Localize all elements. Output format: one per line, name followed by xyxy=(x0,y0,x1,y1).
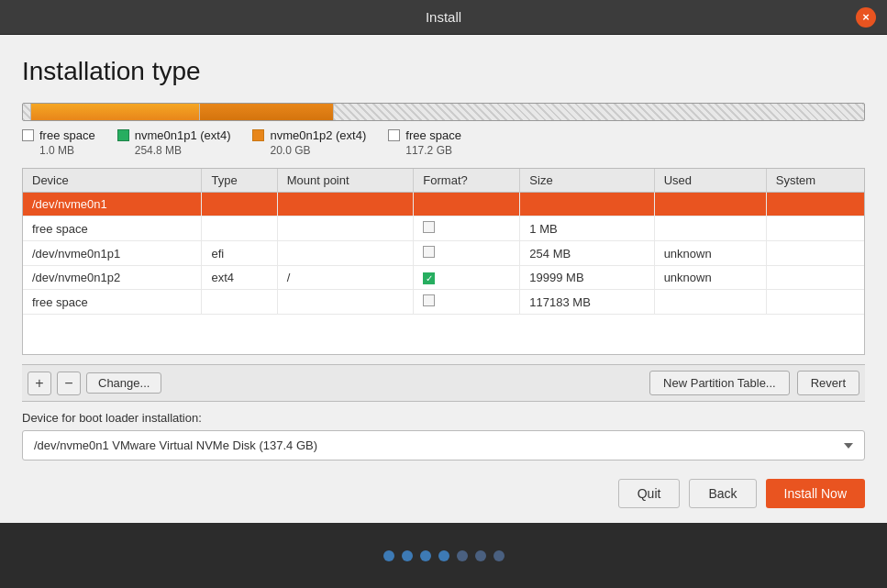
titlebar: Install × xyxy=(0,0,887,35)
cell-type: efi xyxy=(202,241,277,266)
col-size: Size xyxy=(520,169,654,193)
bar-nvme0n1p1 xyxy=(31,104,199,120)
cell-device: /dev/nvme0n1 xyxy=(23,193,202,216)
progress-dot-5 xyxy=(457,550,468,561)
cell-format xyxy=(414,193,520,216)
cell-used xyxy=(654,216,766,241)
cell-format xyxy=(414,241,520,266)
col-used: Used xyxy=(654,169,766,193)
table-row[interactable]: /dev/nvme0n1p1efi254 MBunknown xyxy=(23,241,864,266)
partition-table: Device Type Mount point Format? Size Use… xyxy=(23,169,864,315)
change-partition-button[interactable]: Change... xyxy=(86,372,161,394)
partition-bar xyxy=(22,103,865,121)
cell-used xyxy=(654,193,766,216)
cell-used xyxy=(654,290,766,315)
page-title: Installation type xyxy=(22,57,865,86)
legend-size-free1: 1.0 MB xyxy=(39,144,74,157)
progress-dot-1 xyxy=(383,550,394,561)
partition-bar-container xyxy=(22,103,865,121)
cell-type xyxy=(202,193,277,216)
legend-size-nvme0n1p2: 20.0 GB xyxy=(270,144,310,157)
cell-mount xyxy=(277,241,414,266)
legend-checkbox-free2 xyxy=(388,129,400,141)
cell-size: 117183 MB xyxy=(520,290,654,315)
legend-label-nvme0n1p1: nvme0n1p1 (ext4) xyxy=(135,128,231,142)
cell-type xyxy=(202,290,277,315)
cell-type: ext4 xyxy=(202,266,277,290)
cell-mount xyxy=(277,193,414,216)
col-format: Format? xyxy=(414,169,520,193)
legend-item-nvme0n1p1: nvme0n1p1 (ext4) 254.8 MB xyxy=(117,128,231,157)
cell-size: 254 MB xyxy=(520,241,654,266)
progress-dot-2 xyxy=(402,550,413,561)
progress-dots-bar xyxy=(0,523,887,588)
bootloader-label: Device for boot loader installation: xyxy=(22,411,865,425)
col-type: Type xyxy=(202,169,277,193)
main-content: Installation type free space 1.0 MB xyxy=(0,35,887,523)
cell-system xyxy=(766,193,864,216)
legend-item-free2: free space 117.2 GB xyxy=(388,128,461,157)
legend-color-nvme0n1p2 xyxy=(252,129,264,141)
table-row[interactable]: /dev/nvme0n1p2ext4/✓19999 MBunknown xyxy=(23,266,864,290)
legend-size-nvme0n1p1: 254.8 MB xyxy=(135,144,182,157)
quit-button[interactable]: Quit xyxy=(618,479,681,508)
cell-size: 1 MB xyxy=(520,216,654,241)
install-now-button[interactable]: Install Now xyxy=(766,479,865,508)
cell-mount: / xyxy=(277,266,414,290)
format-checkbox-checked[interactable]: ✓ xyxy=(423,272,435,284)
cell-used: unknown xyxy=(654,266,766,290)
cell-mount xyxy=(277,290,414,315)
cell-format: ✓ xyxy=(414,266,520,290)
legend-label-nvme0n1p2: nvme0n1p2 (ext4) xyxy=(270,128,366,142)
progress-dot-6 xyxy=(475,550,486,561)
add-partition-button[interactable]: + xyxy=(28,372,51,395)
partition-legend: free space 1.0 MB nvme0n1p1 (ext4) 254.8… xyxy=(22,128,865,157)
cell-system xyxy=(766,290,864,315)
cell-device: /dev/nvme0n1p1 xyxy=(23,241,202,266)
legend-color-nvme0n1p1 xyxy=(117,129,129,141)
remove-partition-button[interactable]: − xyxy=(57,372,81,395)
revert-button[interactable]: Revert xyxy=(797,371,859,395)
table-row[interactable]: free space117183 MB xyxy=(23,290,864,315)
bootloader-section: Device for boot loader installation: /de… xyxy=(22,411,865,460)
bar-free-space-2 xyxy=(334,104,864,120)
cell-mount xyxy=(277,216,414,241)
format-checkbox-unchecked[interactable] xyxy=(423,246,435,258)
cell-system xyxy=(766,266,864,290)
cell-size xyxy=(520,193,654,216)
bootloader-select[interactable]: /dev/nvme0n1 VMware Virtual NVMe Disk (1… xyxy=(22,430,865,460)
table-row[interactable]: free space1 MB xyxy=(23,216,864,241)
partition-toolbar: + − Change... New Partition Table... Rev… xyxy=(22,364,865,402)
legend-size-free2: 117.2 GB xyxy=(405,144,452,157)
col-system: System xyxy=(766,169,864,193)
bottom-bar: Quit Back Install Now xyxy=(22,479,865,508)
table-row[interactable]: /dev/nvme0n1 xyxy=(23,193,864,216)
window-title: Install xyxy=(426,9,461,25)
legend-label-free2: free space xyxy=(405,128,461,142)
cell-format xyxy=(414,290,520,315)
cell-size: 19999 MB xyxy=(520,266,654,290)
new-partition-table-button[interactable]: New Partition Table... xyxy=(649,371,790,395)
format-checkbox-unchecked[interactable] xyxy=(423,294,435,306)
cell-type xyxy=(202,216,277,241)
cell-device: /dev/nvme0n1p2 xyxy=(23,266,202,290)
col-mount: Mount point xyxy=(277,169,414,193)
back-button[interactable]: Back xyxy=(689,479,756,508)
col-device: Device xyxy=(23,169,202,193)
bar-nvme0n1p2 xyxy=(200,104,335,120)
legend-item-free1: free space 1.0 MB xyxy=(22,128,95,157)
cell-used: unknown xyxy=(654,241,766,266)
legend-label-free1: free space xyxy=(39,128,95,142)
bar-free-space-1 xyxy=(23,104,31,120)
legend-item-nvme0n1p2: nvme0n1p2 (ext4) 20.0 GB xyxy=(252,128,366,157)
cell-system xyxy=(766,241,864,266)
table-header-row: Device Type Mount point Format? Size Use… xyxy=(23,169,864,193)
progress-dot-7 xyxy=(493,550,504,561)
partition-table-container: Device Type Mount point Format? Size Use… xyxy=(22,168,865,355)
cell-format xyxy=(414,216,520,241)
format-checkbox-unchecked[interactable] xyxy=(423,221,435,233)
cell-device: free space xyxy=(23,216,202,241)
close-button[interactable]: × xyxy=(856,7,876,28)
progress-dot-3 xyxy=(420,550,431,561)
cell-system xyxy=(766,216,864,241)
